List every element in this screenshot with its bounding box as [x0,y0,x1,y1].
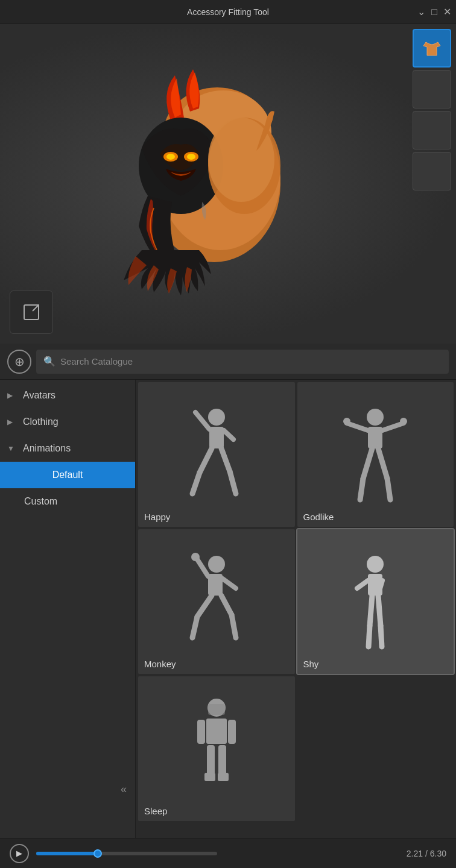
svg-line-43 [370,596,372,626]
search-input[interactable] [60,356,442,366]
godlike-label: Godlike [303,512,334,522]
search-input-wrapper: 🔍 [36,350,449,374]
svg-line-36 [192,617,197,638]
sidebar-item-avatars[interactable]: ▶ Avatars [0,382,135,409]
svg-rect-51 [228,720,236,744]
grid-item-godlike[interactable]: Godlike [297,382,454,527]
svg-line-37 [221,596,232,615]
sidebar-item-label: Animations [23,443,71,454]
sidebar-item-label: Clothing [23,417,59,427]
timeline-fill [36,852,98,855]
svg-line-46 [381,626,382,647]
svg-line-22 [347,423,368,430]
svg-line-28 [378,448,387,479]
bottom-bar: ▶ 2.21 / 6.30 [0,838,456,868]
svg-line-35 [197,596,212,617]
svg-rect-54 [204,773,215,781]
svg-point-25 [400,418,407,425]
svg-line-29 [387,479,390,500]
svg-point-39 [367,556,384,573]
sidebar-item-label: Avatars [23,390,55,401]
svg-point-20 [367,409,384,426]
svg-line-17 [192,473,200,494]
svg-rect-52 [207,745,215,775]
clothing-tool-button[interactable] [413,29,451,68]
grid-item-happy[interactable]: Happy [138,382,295,527]
svg-line-15 [224,430,233,439]
godlike-figure [297,382,454,527]
sidebar-item-default[interactable]: Default [0,462,135,488]
timeline-thumb[interactable] [93,849,102,858]
svg-point-12 [208,409,225,426]
tool-button-4[interactable] [413,152,451,190]
add-button[interactable]: ⊕ [7,350,31,374]
svg-line-45 [378,596,381,626]
svg-line-23 [382,423,404,430]
svg-rect-50 [197,720,205,744]
window-controls[interactable]: ⌄ □ ✕ [417,7,451,17]
close-button[interactable]: ✕ [443,7,451,17]
svg-line-38 [232,615,236,638]
svg-line-16 [200,448,212,473]
svg-rect-49 [206,719,227,744]
title-bar: Accessory Fitting Tool ⌄ □ ✕ [0,0,456,24]
timeline-track[interactable] [36,852,217,855]
search-icon: 🔍 [43,356,55,367]
app-title: Accessory Fitting Tool [187,7,269,17]
svg-point-24 [343,418,350,425]
svg-point-30 [208,556,225,573]
sidebar-item-animations[interactable]: ▼ Animations [0,435,135,462]
search-bar-container: ⊕ 🔍 [0,344,456,380]
svg-line-34 [223,579,236,588]
3d-viewport [0,24,456,344]
happy-label: Happy [144,512,170,522]
animation-grid: Happy [136,380,456,838]
chevron-right-icon: ▶ [7,418,17,426]
character-svg [81,63,311,304]
grid-item-shy[interactable]: Shy [297,529,454,674]
grid-item-sleep[interactable]: Sleep [138,676,295,821]
svg-line-14 [195,412,209,429]
svg-line-42 [379,580,382,591]
svg-rect-53 [218,745,226,775]
plus-icon: ⊕ [14,356,25,368]
maximize-button[interactable]: □ [431,7,437,17]
sidebar-item-custom[interactable]: Custom [0,488,135,515]
time-display: 2.21 / 6.30 [407,849,446,858]
svg-line-41 [357,580,368,588]
sidebar: ▶ Avatars ▶ Clothing ▼ Animations Defaul… [0,380,136,838]
minimize-button[interactable]: ⌄ [417,7,425,17]
main-content: ▶ Avatars ▶ Clothing ▼ Animations Defaul… [0,380,456,838]
svg-point-8 [187,154,195,160]
svg-line-19 [230,471,236,494]
svg-rect-55 [218,773,229,781]
expand-button[interactable] [10,291,53,334]
shy-figure [297,529,454,674]
sidebar-item-label: Custom [24,496,57,507]
character-display [60,54,332,313]
monkey-figure [138,529,295,674]
chevron-down-icon: ▼ [7,444,17,453]
play-button[interactable]: ▶ [10,844,29,863]
sleep-label: Sleep [144,806,167,816]
tool-button-3[interactable] [413,111,451,149]
monkey-label: Monkey [144,659,176,669]
sidebar-item-clothing[interactable]: ▶ Clothing [0,409,135,435]
svg-point-33 [191,553,200,561]
svg-point-7 [166,154,175,160]
svg-line-26 [363,448,372,479]
collapse-button[interactable]: « [121,783,127,796]
sleep-figure [138,676,295,821]
grid-item-monkey[interactable]: Monkey [138,529,295,674]
play-icon: ▶ [16,849,22,858]
expand-icon [22,303,41,322]
svg-line-44 [369,626,370,647]
chevron-right-icon: ▶ [7,391,17,400]
svg-rect-48 [208,704,225,715]
tool-button-2[interactable] [413,70,451,108]
shy-label: Shy [303,659,319,669]
svg-line-32 [197,559,208,576]
svg-line-18 [221,448,230,471]
happy-figure [138,382,295,527]
viewport-toolbar[interactable] [408,24,456,344]
